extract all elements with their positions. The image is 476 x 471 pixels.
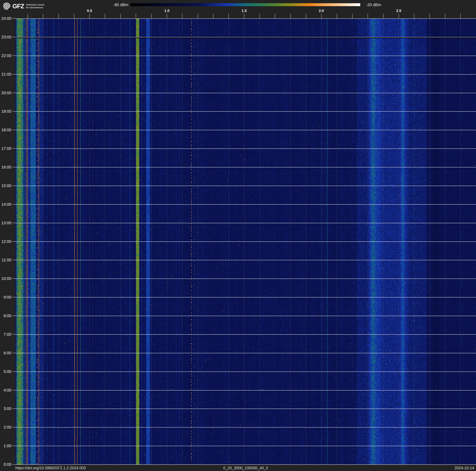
dataset-id: 0_20_3000_100000_40_0 — [15, 465, 476, 471]
time-tick — [12, 390, 15, 390]
time-tick-label: 11:00 — [0, 258, 11, 262]
time-tick — [12, 148, 15, 149]
freq-tick — [136, 14, 136, 18]
freq-tick — [151, 14, 152, 18]
time-tick-label: 15:00 — [0, 183, 11, 188]
time-tick-label: 0:00 — [0, 462, 11, 467]
freq-tick — [383, 14, 383, 18]
gfz-logo-mark — [3, 2, 10, 10]
time-tick — [12, 334, 15, 334]
time-tick-label: 16:00 — [0, 165, 11, 169]
freq-tick — [74, 14, 74, 18]
time-tick-label: 3:00 — [0, 406, 11, 411]
freq-tick-label: 1.5 — [237, 9, 251, 13]
colorbar — [131, 3, 360, 6]
time-tick-label: 17:00 — [0, 146, 11, 151]
time-tick — [12, 93, 15, 93]
freq-tick-label: 2.5 — [392, 9, 406, 13]
time-tick-label: 24:00 — [0, 16, 11, 21]
freq-tick — [89, 14, 90, 18]
date-label: 2024-10-14 — [455, 465, 474, 471]
time-tick-label: 19:00 — [0, 109, 11, 114]
time-tick — [12, 18, 15, 18]
time-tick-label: 8:00 — [0, 313, 11, 318]
freq-tick — [352, 14, 353, 18]
freq-tick — [321, 14, 322, 18]
time-tick-label: 1:00 — [0, 443, 11, 448]
time-tick-label: 6:00 — [0, 351, 11, 355]
freq-tick — [105, 14, 105, 18]
gfz-tagline-line1: Helmholtz Centre — [26, 3, 44, 6]
freq-tick — [182, 14, 182, 18]
freq-tick — [337, 14, 337, 18]
freq-tick — [120, 14, 121, 18]
time-tick-label: 20:00 — [0, 91, 11, 95]
time-tick — [12, 185, 15, 186]
time-tick-label: 5:00 — [0, 369, 11, 374]
time-tick — [12, 223, 15, 223]
gfz-brand-text: GFZ — [12, 3, 24, 10]
time-tick — [12, 353, 15, 353]
gfz-tagline-line2: for Geosciences — [26, 6, 44, 9]
time-tick — [12, 446, 15, 446]
freq-tick — [306, 14, 306, 18]
time-tick-label: 4:00 — [0, 388, 11, 392]
time-tick-label: 9:00 — [0, 295, 11, 299]
time-tick-label: 22:00 — [0, 53, 11, 58]
time-tick — [12, 241, 15, 242]
freq-tick — [259, 14, 260, 18]
freq-tick-label: 0.5 — [83, 9, 96, 13]
time-tick — [12, 130, 15, 130]
gfz-logo: GFZ Helmholtz Centre for Geosciences — [3, 2, 44, 10]
time-tick-label: 7:00 — [0, 332, 11, 337]
time-tick — [12, 37, 15, 37]
freq-tick — [198, 14, 198, 18]
time-tick-label: 18:00 — [0, 127, 11, 132]
time-tick — [12, 464, 15, 465]
freq-tick — [28, 14, 28, 18]
time-tick — [12, 297, 15, 297]
freq-tick — [414, 14, 414, 18]
freq-tick-label: 2.0 — [314, 9, 328, 13]
time-tick — [12, 427, 15, 427]
colorbar-max-label: -20 dBm — [366, 2, 381, 7]
time-tick-label: 21:00 — [0, 72, 11, 76]
freq-tick — [368, 14, 368, 18]
freq-tick — [43, 14, 43, 18]
freq-tick — [429, 14, 430, 18]
time-tick-label: 14:00 — [0, 202, 11, 207]
time-tick-label: 13:00 — [0, 221, 11, 225]
time-tick — [12, 167, 15, 167]
time-tick — [12, 204, 15, 204]
freq-tick — [213, 14, 213, 18]
time-tick — [12, 278, 15, 279]
time-tick — [12, 316, 15, 316]
time-tick — [12, 371, 15, 372]
time-tick-label: 10:00 — [0, 276, 11, 281]
gfz-tagline: Helmholtz Centre for Geosciences — [26, 3, 44, 9]
time-tick — [12, 111, 15, 111]
spectrogram-page: GFZ Helmholtz Centre for Geosciences -80… — [0, 0, 476, 471]
time-tick — [12, 408, 15, 409]
time-tick — [12, 74, 15, 74]
freq-tick — [445, 14, 445, 18]
freq-tick — [228, 14, 229, 18]
spectrogram-canvas — [15, 18, 476, 465]
freq-tick — [399, 14, 399, 18]
time-tick-label: 23:00 — [0, 35, 11, 39]
freq-tick — [460, 14, 461, 18]
freq-tick — [244, 14, 244, 18]
freq-tick-label: 1.0 — [160, 9, 174, 13]
freq-tick — [58, 14, 59, 18]
colorbar-min-label: -80 dBm — [101, 2, 128, 7]
freq-tick — [290, 14, 291, 18]
freq-tick — [167, 14, 167, 18]
time-tick — [12, 55, 15, 56]
time-tick-label: 12:00 — [0, 239, 11, 244]
time-tick-label: 2:00 — [0, 425, 11, 430]
freq-tick — [275, 14, 275, 18]
time-tick — [12, 260, 15, 260]
